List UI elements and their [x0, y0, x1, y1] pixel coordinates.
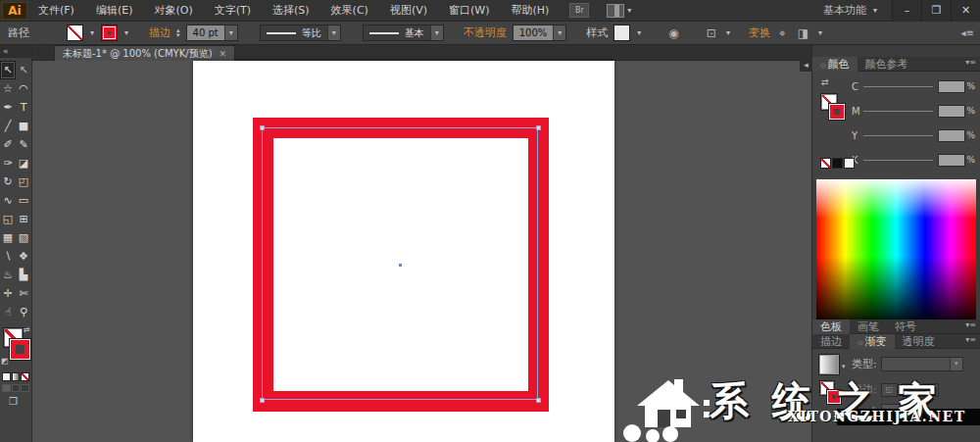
anchor-point[interactable]	[261, 126, 264, 129]
align-options-icon[interactable]: ⊡	[704, 26, 719, 40]
default-fill-stroke-icon[interactable]: ◩	[1, 357, 9, 366]
opacity-combo[interactable]: 100%▾	[513, 25, 567, 41]
panel-menu-icon[interactable]: ▾≡	[965, 320, 976, 329]
stroke-weight-stepper[interactable]: ▴▾	[176, 28, 180, 38]
color-proxy-icons[interactable]: ⇄	[821, 77, 835, 87]
symbol-sprayer-tool[interactable]: ♨	[0, 266, 16, 284]
draw-behind-button[interactable]	[12, 384, 21, 392]
paintbrush-tool[interactable]: ✐	[0, 135, 16, 154]
eyedropper-tool[interactable]: ∖	[0, 247, 16, 266]
black-value-field[interactable]	[938, 154, 965, 167]
zoom-tool[interactable]: ⚲	[16, 303, 31, 321]
panel-menu-icon[interactable]: ▾≡	[965, 335, 976, 344]
pencil-tool[interactable]: ✎	[16, 135, 31, 154]
menu-edit[interactable]: 编辑(E)	[85, 3, 144, 18]
free-transform-tool[interactable]: ▭	[16, 191, 31, 210]
tab-gradient[interactable]: ⬦渐变	[850, 334, 895, 349]
gradient-stroke-proxy[interactable]	[827, 390, 841, 404]
draw-normal-button[interactable]	[2, 384, 11, 392]
canvas-pasteboard[interactable]	[32, 61, 811, 442]
magenta-slider[interactable]	[863, 111, 933, 112]
pen-tool[interactable]: ✒	[0, 98, 16, 117]
menu-select[interactable]: 选择(S)	[262, 3, 320, 18]
combo-arrow-button[interactable]: ▾	[224, 25, 237, 40]
chevron-down-icon[interactable]: ▾	[123, 28, 129, 37]
slice-tool[interactable]: ✄	[16, 284, 31, 303]
collapse-tools-icon[interactable]: «	[0, 45, 31, 58]
draw-inside-button[interactable]	[21, 384, 29, 392]
menu-effect[interactable]: 效果(C)	[320, 3, 379, 18]
stroke-swatch[interactable]	[10, 339, 30, 360]
minimize-button[interactable]: –	[892, 0, 921, 22]
chevron-down-icon[interactable]: ▾	[636, 28, 642, 37]
cyan-value-field[interactable]	[938, 80, 965, 93]
tab-swatches[interactable]: 色板	[812, 319, 850, 334]
blend-tool[interactable]: ❖	[16, 247, 31, 266]
width-profile-combo[interactable]: 等比▾	[260, 25, 341, 41]
menu-help[interactable]: 帮助(H)	[500, 3, 560, 18]
eraser-tool[interactable]: ◪	[16, 154, 31, 172]
tab-symbols[interactable]: 符号	[887, 319, 924, 334]
gradient-thumbnail[interactable]	[818, 354, 840, 375]
gradient-tool[interactable]: ▧	[16, 228, 31, 247]
cyan-slider[interactable]	[863, 86, 933, 87]
gradient-stroke-along-button[interactable]: ▭	[902, 383, 918, 397]
combo-arrow-button[interactable]: ▾	[553, 25, 565, 40]
perspective-grid-tool[interactable]: ⊞	[16, 210, 31, 228]
scale-tool[interactable]: ◰	[16, 172, 31, 191]
gradient-angle-combo[interactable]: ▾	[881, 404, 922, 417]
restore-button[interactable]: ❐	[921, 0, 951, 22]
close-button[interactable]: ✕	[951, 0, 980, 22]
magic-wand-tool[interactable]: ☆	[0, 79, 16, 98]
bridge-icon[interactable]: Br	[569, 3, 589, 18]
gradient-button[interactable]	[12, 372, 21, 381]
menu-object[interactable]: 对象(O)	[143, 3, 203, 18]
menu-type[interactable]: 文字(T)	[204, 3, 262, 18]
combo-arrow-button[interactable]: ▾	[950, 358, 962, 370]
rectangle-tool[interactable]: ■	[16, 117, 31, 135]
combo-arrow-button[interactable]: ▾	[909, 405, 921, 417]
lasso-tool[interactable]: ◠	[16, 79, 31, 98]
panel-menu-icon[interactable]: ▾≡	[965, 58, 976, 67]
chevron-down-icon[interactable]: ▾	[725, 28, 731, 37]
recolor-artwork-icon[interactable]: ◉	[665, 26, 681, 40]
stroke-panel-link[interactable]: 描边	[149, 25, 171, 40]
color-button[interactable]	[2, 372, 11, 381]
swap-fill-stroke-icon[interactable]: ⇄	[24, 325, 30, 334]
stroke-color-swatch[interactable]	[101, 25, 118, 41]
artboard-tool[interactable]: ✛	[0, 284, 16, 303]
yellow-value-field[interactable]	[938, 129, 965, 142]
tab-color[interactable]: ⬦颜色	[812, 57, 858, 72]
anchor-point[interactable]	[261, 399, 264, 402]
chevron-down-icon[interactable]: ▾	[817, 28, 823, 37]
black-swatch[interactable]	[832, 158, 843, 169]
gradient-stroke-across-button[interactable]: ◰	[922, 383, 939, 397]
none-button[interactable]	[21, 372, 29, 381]
fill-color-swatch[interactable]	[67, 25, 83, 41]
black-slider[interactable]	[863, 160, 933, 161]
hand-tool[interactable]: ☝	[0, 303, 16, 321]
arrange-documents-icon[interactable]: ▾	[607, 4, 632, 18]
isolate-selection-icon[interactable]: ⌖	[776, 26, 789, 40]
tab-brushes[interactable]: 画笔	[850, 319, 887, 334]
line-segment-tool[interactable]: ╱	[0, 117, 16, 135]
type-tool[interactable]: T	[16, 98, 31, 117]
tab-color-guide[interactable]: 颜色参考	[858, 57, 916, 72]
color-spectrum[interactable]	[816, 179, 976, 319]
yellow-slider[interactable]	[863, 135, 933, 136]
combo-arrow-button[interactable]: ▾	[430, 25, 443, 40]
collapse-dock-icon[interactable]: ◂	[800, 59, 812, 72]
center-point[interactable]	[399, 264, 402, 267]
select-similar-icon[interactable]: ◨	[795, 26, 811, 40]
magenta-value-field[interactable]	[938, 105, 965, 118]
style-swatch[interactable]	[613, 25, 630, 41]
workspace-switcher[interactable]: 基本功能▾	[823, 3, 878, 18]
opacity-panel-link[interactable]: 不透明度	[464, 25, 507, 40]
menu-window[interactable]: 窗口(W)	[438, 3, 500, 18]
screen-mode-icon[interactable]: ❐	[0, 392, 31, 407]
none-swatch[interactable]	[820, 158, 831, 169]
width-tool[interactable]: ∿	[0, 191, 16, 210]
stroke-weight-combo[interactable]: 40 pt▾	[186, 25, 238, 41]
shape-builder-tool[interactable]: ◱	[0, 210, 16, 228]
anchor-point[interactable]	[537, 126, 540, 129]
